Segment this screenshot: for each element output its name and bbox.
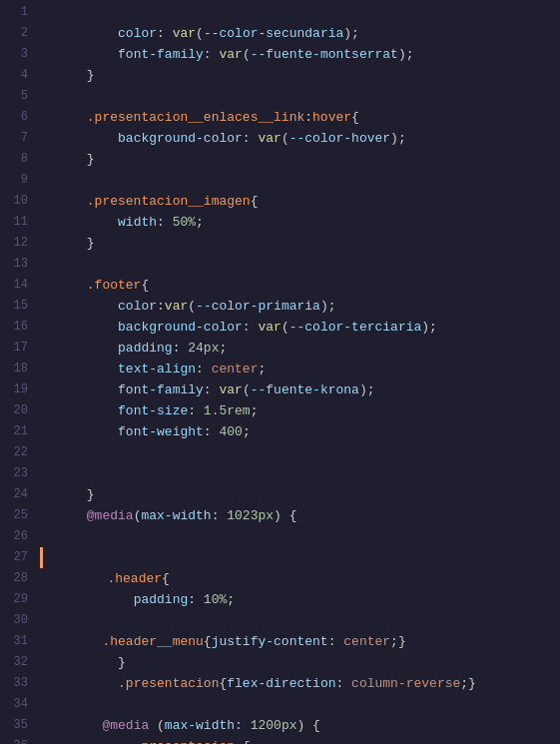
code-line: .header{ (40, 547, 560, 568)
code-line: .presentacion__imagen{ (40, 170, 560, 191)
code-line: @media(max-width: 1023px) { (40, 484, 560, 505)
code-editor: 1 2 3 4 5 6 7 8 9 10 11 12 13 14 15 16 1… (0, 0, 560, 744)
code-line: color: var(--color-secundaria); (40, 2, 560, 23)
code-line: } (40, 463, 560, 484)
code-line (40, 526, 560, 547)
code-line: .header__menu{justify-content: center;} (40, 610, 560, 631)
code-line: .footer{ (40, 254, 560, 275)
code-line: .presentacion__enlaces__link:hover{ (40, 86, 560, 107)
code-line (40, 149, 560, 170)
code-line: @media (max-width: 1200px) { (40, 694, 560, 715)
line-numbers: 1 2 3 4 5 6 7 8 9 10 11 12 13 14 15 16 1… (0, 0, 36, 744)
code-line (40, 233, 560, 254)
code-line (40, 442, 560, 463)
code-content[interactable]: color: var(--color-secundaria); font-fam… (36, 0, 560, 744)
code-line (40, 65, 560, 86)
